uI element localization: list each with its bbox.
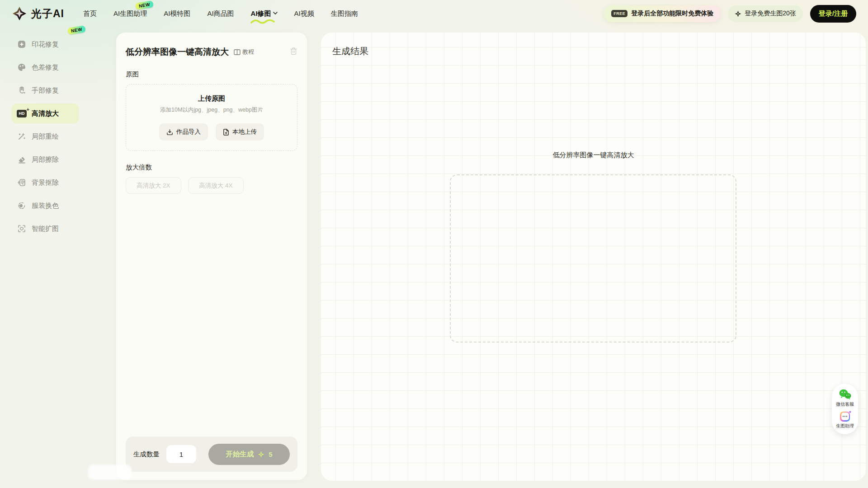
- sidebar-item-label: 手部修复: [32, 86, 59, 95]
- sidebar-item-label: 局部擦除: [32, 155, 59, 164]
- sidebar-item-inpaint[interactable]: 局部重绘: [11, 127, 79, 146]
- points-diamond-icon: [735, 10, 741, 17]
- hd-upscale-icon: HD: [17, 108, 27, 118]
- upload-hint: 添加10M以内jpg、jpeg、png、webp图片: [160, 106, 263, 114]
- results-placeholder-box: [450, 174, 736, 343]
- free-badge: FREE: [611, 10, 627, 17]
- hand-repair-icon: [17, 85, 27, 95]
- header-right: FREE 登录后全部功能限时免费体验 登录免费生图20张 登录/注册: [604, 5, 856, 23]
- sidebar-item-label: 色差修复: [32, 63, 59, 72]
- upload-title: 上传原图: [198, 94, 225, 103]
- credits-text: 登录免费生图20张: [745, 9, 796, 18]
- free-trial-pill[interactable]: FREE 登录后全部功能限时免费体验: [604, 5, 721, 22]
- brand-name: 光子AI: [31, 7, 64, 21]
- color-repair-icon: [17, 62, 27, 72]
- nav-ai-product[interactable]: AI商品图: [207, 9, 234, 18]
- assistant-item[interactable]: ✦ 生图助理: [836, 412, 854, 429]
- nav-ai-retouch[interactable]: AI修图: [251, 9, 278, 18]
- generate-button[interactable]: 开始生成 5: [208, 444, 290, 465]
- source-image-label: 原图: [126, 70, 297, 79]
- top-header: 光子AI 首页 AI生图助理 NEW AI模特图 AI商品图 AI修图 AI视频…: [0, 0, 868, 27]
- import-download-icon: [166, 129, 173, 136]
- book-icon: [234, 49, 241, 55]
- tool-panel: 低分辨率图像一键高清放大 教程 原图 上传原图 添加10M以内jpg、jpeg、…: [116, 33, 307, 480]
- faded-tooltip-blob: [88, 465, 132, 480]
- sidebar-item-label: 高清放大: [32, 109, 59, 118]
- quantity-input[interactable]: [166, 445, 196, 463]
- chevron-down-icon: [273, 12, 278, 15]
- nav-guide[interactable]: 生图指南: [331, 9, 358, 18]
- promo-text: 登录后全部功能限时免费体验: [631, 9, 713, 18]
- sidebar-item-garment-recolor[interactable]: 服装换色: [11, 196, 79, 216]
- sidebar-item-hd-upscale[interactable]: HD 高清放大: [11, 103, 79, 123]
- garment-recolor-icon: [17, 201, 27, 211]
- tutorial-link[interactable]: 教程: [234, 48, 254, 56]
- brand-logo[interactable]: 光子AI: [12, 6, 64, 21]
- wechat-support-item[interactable]: 微信客服: [836, 389, 854, 408]
- background-remove-icon: [17, 178, 27, 188]
- sidebar-item-label: 局部重绘: [32, 132, 59, 141]
- stamp-repair-icon: [17, 39, 27, 49]
- trash-icon[interactable]: [290, 47, 297, 57]
- tool-title: 低分辨率图像一键高清放大: [126, 46, 229, 58]
- assistant-chat-icon: ✦: [840, 412, 850, 422]
- file-upload-icon: [223, 129, 229, 136]
- smart-expand-icon: [17, 224, 27, 234]
- main-nav: 首页 AI生图助理 NEW AI模特图 AI商品图 AI修图 AI视频 生图指南: [83, 9, 358, 18]
- scale-2x-button[interactable]: 高清放大 2X: [126, 177, 181, 194]
- support-float-widget: 微信客服 ✦ 生图助理: [832, 384, 858, 434]
- generate-bar: 生成数量 开始生成 5: [126, 436, 297, 472]
- local-upload-button[interactable]: 本地上传: [216, 123, 264, 141]
- assistant-label: 生图助理: [836, 423, 854, 429]
- sidebar-item-label: 服装换色: [32, 202, 59, 210]
- upload-dropzone[interactable]: 上传原图 添加10M以内jpg、jpeg、png、webp图片 作品导入 本地上…: [126, 84, 297, 151]
- import-from-works-button[interactable]: 作品导入: [159, 123, 208, 141]
- new-badge: NEW: [135, 0, 154, 10]
- active-squiggle-underline: [250, 19, 275, 24]
- scale-label: 放大倍数: [126, 163, 297, 172]
- sidebar-item-label: 印花修复: [32, 40, 59, 49]
- login-register-button[interactable]: 登录/注册: [810, 5, 856, 23]
- sidebar-item-color-repair[interactable]: 色差修复: [11, 57, 79, 77]
- scale-4x-button[interactable]: 高清放大 4X: [188, 177, 244, 194]
- photon-logo-icon: [12, 6, 27, 21]
- free-credits-pill[interactable]: 登录免费生图20张: [728, 5, 803, 22]
- sidebar-item-smart-expand[interactable]: 智能扩图: [11, 219, 79, 239]
- generate-cost: 5: [269, 450, 272, 458]
- results-panel: 生成结果 低分辨率图像一键高清放大: [321, 33, 866, 481]
- sidebar-item-label: 智能扩图: [32, 225, 59, 233]
- sidebar-item-background-remove[interactable]: 背景抠除: [11, 173, 79, 192]
- wechat-support-label: 微信客服: [836, 401, 854, 408]
- inpaint-icon: [17, 131, 27, 141]
- nav-home[interactable]: 首页: [83, 9, 97, 18]
- tools-sidebar: 印花修复 NEW 色差修复 手部修复 HD 高清放大 局部重绘 局部擦除 背景抠…: [11, 34, 79, 239]
- sidebar-item-erase[interactable]: 局部擦除: [11, 150, 79, 169]
- wechat-icon: [839, 389, 851, 400]
- nav-ai-assistant[interactable]: AI生图助理 NEW: [113, 9, 147, 18]
- sidebar-item-stamp-repair[interactable]: 印花修复 NEW: [11, 34, 79, 54]
- points-diamond-icon: [258, 451, 264, 458]
- erase-icon: [17, 155, 27, 164]
- nav-ai-video[interactable]: AI视频: [294, 9, 314, 18]
- results-title: 生成结果: [332, 45, 368, 57]
- sidebar-item-label: 背景抠除: [32, 178, 59, 187]
- sidebar-item-hand-repair[interactable]: 手部修复: [11, 80, 79, 100]
- nav-ai-model[interactable]: AI模特图: [164, 9, 190, 18]
- results-placeholder-text: 低分辨率图像一键高清放大: [321, 151, 866, 160]
- quantity-label: 生成数量: [133, 450, 160, 459]
